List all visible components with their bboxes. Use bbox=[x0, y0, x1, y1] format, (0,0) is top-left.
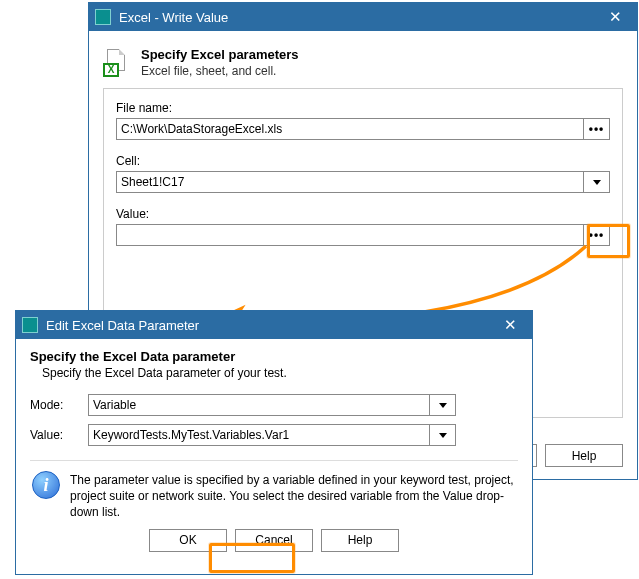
value-select[interactable] bbox=[89, 425, 429, 445]
value-input[interactable] bbox=[117, 225, 583, 245]
info-icon: i bbox=[32, 471, 60, 499]
window-title: Edit Excel Data Parameter bbox=[46, 318, 492, 333]
cell-input[interactable] bbox=[117, 172, 583, 192]
close-icon[interactable]: ✕ bbox=[597, 5, 633, 29]
header-title: Specify Excel parameters bbox=[141, 47, 299, 62]
titlebar: Excel - Write Value ✕ bbox=[89, 3, 637, 31]
excel-file-icon: X bbox=[103, 49, 131, 77]
ok-button[interactable]: OK bbox=[149, 529, 227, 552]
value-edit-button[interactable]: ••• bbox=[583, 225, 609, 245]
value-dropdown-button[interactable] bbox=[429, 425, 455, 445]
app-icon bbox=[95, 9, 111, 25]
separator bbox=[30, 460, 518, 461]
mode-select[interactable] bbox=[89, 395, 429, 415]
mode-dropdown-button[interactable] bbox=[429, 395, 455, 415]
cancel-button[interactable]: Cancel bbox=[235, 529, 313, 552]
edit-parameter-dialog: Edit Excel Data Parameter ✕ Specify the … bbox=[15, 310, 533, 575]
mode-label: Mode: bbox=[30, 398, 88, 412]
window-title: Excel - Write Value bbox=[119, 10, 597, 25]
file-name-label: File name: bbox=[116, 101, 610, 115]
help-button[interactable]: Help bbox=[545, 444, 623, 467]
value-label: Value: bbox=[30, 428, 88, 442]
value-label: Value: bbox=[116, 207, 610, 221]
header-subtitle: Excel file, sheet, and cell. bbox=[141, 64, 299, 78]
help-button[interactable]: Help bbox=[321, 529, 399, 552]
titlebar: Edit Excel Data Parameter ✕ bbox=[16, 311, 532, 339]
app-icon bbox=[22, 317, 38, 333]
file-browse-button[interactable]: ••• bbox=[583, 119, 609, 139]
dialog-header-subtitle: Specify the Excel Data parameter of your… bbox=[30, 366, 518, 380]
cell-label: Cell: bbox=[116, 154, 610, 168]
close-icon[interactable]: ✕ bbox=[492, 313, 528, 337]
cell-dropdown-button[interactable] bbox=[583, 172, 609, 192]
info-text: The parameter value is specified by a va… bbox=[70, 471, 516, 521]
dialog-header-title: Specify the Excel Data parameter bbox=[30, 349, 518, 364]
file-name-input[interactable] bbox=[117, 119, 583, 139]
